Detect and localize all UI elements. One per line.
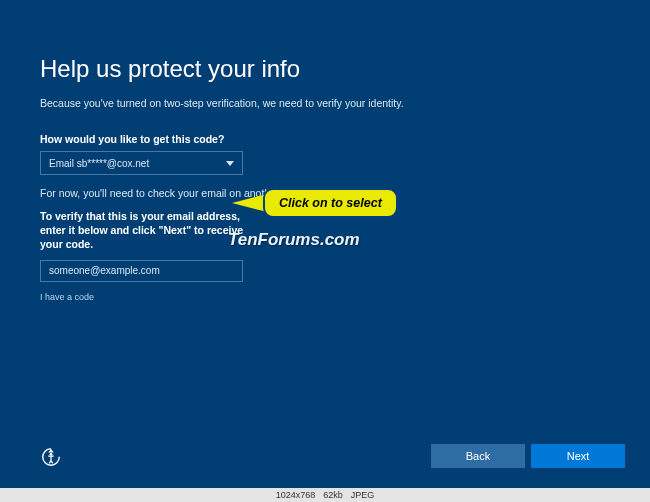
email-placeholder: someone@example.com: [49, 265, 160, 276]
meta-dimensions: 1024x768: [276, 490, 316, 500]
code-method-label: How would you like to get this code?: [40, 133, 610, 145]
dropdown-selected-value: Email sb*****@cox.net: [49, 158, 149, 169]
callout-text: Click on to select: [263, 188, 398, 218]
meta-size: 62kb: [323, 490, 343, 500]
page-title: Help us protect your info: [40, 55, 610, 83]
page-subtitle: Because you've turned on two-step verifi…: [40, 97, 610, 109]
annotation-callout: Click on to select: [232, 188, 398, 218]
watermark-text: TenForums.com: [228, 230, 360, 250]
email-field[interactable]: someone@example.com: [40, 260, 243, 282]
nav-button-row: Back Next: [431, 444, 625, 468]
ease-of-access-icon: [40, 446, 62, 468]
next-button[interactable]: Next: [531, 444, 625, 468]
ease-of-access-button[interactable]: [40, 446, 62, 468]
have-code-link[interactable]: I have a code: [40, 292, 610, 302]
oobe-screen: Help us protect your info Because you've…: [0, 0, 650, 488]
meta-format: JPEG: [351, 490, 375, 500]
chevron-down-icon: [226, 161, 234, 166]
image-meta-footer: 1024x768 62kb JPEG: [0, 488, 650, 502]
back-button[interactable]: Back: [431, 444, 525, 468]
verification-method-dropdown[interactable]: Email sb*****@cox.net: [40, 151, 243, 175]
callout-arrow-icon: [232, 194, 267, 212]
svg-point-1: [50, 453, 53, 456]
verify-instruction: To verify that this is your email addres…: [40, 209, 250, 252]
